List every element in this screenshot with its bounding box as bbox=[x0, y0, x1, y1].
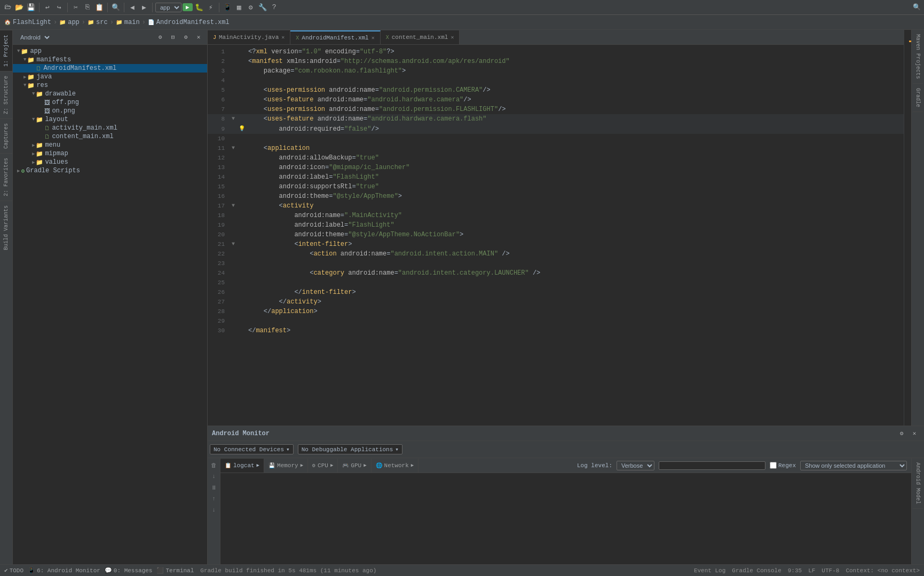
regex-checkbox[interactable] bbox=[770, 462, 777, 469]
fold-21[interactable]: ▼ bbox=[229, 239, 238, 249]
sidebar-item-captures[interactable]: Captures bbox=[0, 118, 12, 153]
android-model-tab[interactable]: Android Model bbox=[913, 458, 923, 509]
gradle-console-button[interactable]: Gradle Console bbox=[732, 567, 781, 574]
tree-arrow-mipmap[interactable]: ▶ bbox=[32, 151, 35, 157]
tree-arrow-java[interactable]: ▶ bbox=[23, 74, 26, 80]
tree-item-java[interactable]: ▶ 📁 java bbox=[13, 73, 207, 81]
tab-main-activity[interactable]: J MainActivity.java ✕ bbox=[208, 30, 290, 44]
down-button[interactable]: ↓ bbox=[209, 505, 219, 515]
tab-main-activity-close[interactable]: ✕ bbox=[281, 34, 285, 41]
tree-item-on-png[interactable]: ▶ 🖼 on.png bbox=[13, 107, 207, 115]
tree-item-androidmanifest[interactable]: ▶ 🗋 AndroidManifest.xml bbox=[13, 64, 207, 73]
tree-arrow-gradle[interactable]: ▶ bbox=[17, 168, 20, 174]
tree-item-menu[interactable]: ▶ 📁 menu bbox=[13, 141, 207, 149]
tree-item-off-png[interactable]: ▶ 🖼 off.png bbox=[13, 98, 207, 107]
tree-item-mipmap[interactable]: ▶ 📁 mipmap bbox=[13, 149, 207, 158]
android-monitor-button[interactable]: 📱 6: Android Monitor bbox=[28, 567, 100, 574]
tree-item-manifests[interactable]: ▼ 📁 manifests bbox=[13, 55, 207, 64]
breadcrumb-main[interactable]: main bbox=[124, 19, 140, 26]
gradle-tab[interactable]: Gradle bbox=[913, 84, 923, 112]
tab-content-main[interactable]: X content_main.xml ✕ bbox=[381, 30, 460, 44]
code-editor[interactable]: 1 <?xml version="1.0" encoding="utf-8"?>… bbox=[208, 45, 904, 426]
tree-item-drawable[interactable]: ▼ 📁 drawable bbox=[13, 90, 207, 98]
tree-arrow-values[interactable]: ▶ bbox=[32, 159, 35, 165]
toolbar-search-icon[interactable]: 🔍 bbox=[911, 2, 922, 13]
sidebar-item-build-variants[interactable]: Build Variants bbox=[0, 201, 12, 254]
event-log-button[interactable]: Event Log bbox=[694, 567, 725, 574]
messages-button[interactable]: 💬 0: Messages bbox=[105, 567, 153, 574]
tab-gpu-arrow[interactable]: ▶ bbox=[364, 462, 366, 468]
project-gear-icon[interactable]: ⚙ bbox=[180, 32, 191, 43]
toolbar-new-icon[interactable]: 🗁 bbox=[2, 2, 13, 13]
breadcrumb-src[interactable]: src bbox=[96, 19, 108, 26]
sidebar-item-favorites[interactable]: 2: Favorites bbox=[0, 153, 12, 201]
toolbar-redo-icon[interactable]: ↪ bbox=[54, 2, 65, 13]
tab-logcat-arrow[interactable]: ▶ bbox=[257, 462, 259, 468]
monitor-content[interactable] bbox=[220, 473, 911, 564]
project-settings-icon[interactable]: ⚙ bbox=[155, 32, 165, 43]
toolbar-device-icon[interactable]: 📱 bbox=[222, 2, 233, 13]
project-collapse-icon[interactable]: ⊟ bbox=[168, 32, 178, 43]
tree-arrow-layout[interactable]: ▼ bbox=[32, 117, 35, 122]
sidebar-item-structure[interactable]: Z: Structure bbox=[0, 71, 12, 118]
tree-item-layout[interactable]: ▼ 📁 layout bbox=[13, 115, 207, 124]
toolbar-settings-icon[interactable]: 🔧 bbox=[257, 2, 268, 13]
tree-item-content-main[interactable]: ▶ 🗋 content_main.xml bbox=[13, 132, 207, 141]
tab-network-arrow[interactable]: ▶ bbox=[411, 462, 414, 468]
tab-memory-arrow[interactable]: ▶ bbox=[301, 462, 303, 468]
device-dropdown[interactable]: No Connected Devices ▾ bbox=[210, 444, 294, 454]
app-dropdown-monitor[interactable]: No Debuggable Applications ▾ bbox=[298, 444, 402, 454]
tree-arrow-app[interactable]: ▼ bbox=[17, 49, 20, 54]
tree-item-activity-main[interactable]: ▶ 🗋 activity_main.xml bbox=[13, 124, 207, 132]
fold-8[interactable]: ▼ bbox=[229, 114, 238, 124]
toolbar-sdk-icon[interactable]: ⚙ bbox=[246, 2, 256, 13]
monitor-close-icon[interactable]: ✕ bbox=[909, 428, 920, 439]
project-close-icon[interactable]: ✕ bbox=[193, 32, 204, 43]
fold-11[interactable]: ▼ bbox=[229, 143, 238, 153]
tree-item-res[interactable]: ▼ 📁 res bbox=[13, 81, 207, 90]
tree-item-gradle-scripts[interactable]: ▶ ⚙ Gradle Scripts bbox=[13, 166, 207, 175]
tab-content-close[interactable]: ✕ bbox=[451, 34, 454, 41]
pause-button[interactable]: ⏸ bbox=[209, 483, 219, 492]
breadcrumb-module[interactable]: app bbox=[68, 19, 80, 26]
toolbar-fwd-icon[interactable]: ▶ bbox=[139, 2, 149, 13]
toolbar-help-icon[interactable]: ? bbox=[269, 2, 280, 13]
todo-button[interactable]: ✔ TODO bbox=[4, 567, 23, 574]
toolbar-avd-icon[interactable]: ▦ bbox=[234, 2, 244, 13]
app-module-dropdown[interactable]: app bbox=[155, 3, 181, 12]
toolbar-undo-icon[interactable]: ↩ bbox=[42, 2, 53, 13]
sidebar-item-project[interactable]: 1: Project bbox=[0, 30, 12, 71]
tree-item-values[interactable]: ▶ 📁 values bbox=[13, 158, 207, 166]
breadcrumb-file[interactable]: AndroidManifest.xml bbox=[156, 19, 230, 26]
fold-17[interactable]: ▼ bbox=[229, 201, 238, 211]
show-only-select[interactable]: Show only selected application bbox=[800, 461, 907, 470]
tab-cpu[interactable]: ⚙ CPU ▶ bbox=[308, 459, 338, 473]
tree-item-app[interactable]: ▼ 📁 app bbox=[13, 47, 207, 55]
tab-network[interactable]: 🌐 Network ▶ bbox=[372, 459, 419, 473]
log-level-select[interactable]: Verbose Debug Info Warn Error bbox=[617, 461, 654, 470]
toolbar-back-icon[interactable]: ◀ bbox=[127, 2, 138, 13]
tab-android-manifest[interactable]: X AndroidManifest.xml ✕ bbox=[290, 30, 380, 44]
tree-arrow-res[interactable]: ▼ bbox=[23, 83, 26, 88]
project-view-dropdown[interactable]: Android bbox=[16, 33, 51, 42]
toolbar-find-icon[interactable]: 🔍 bbox=[110, 2, 121, 13]
tab-cpu-arrow[interactable]: ▶ bbox=[330, 462, 333, 468]
toolbar-save-icon[interactable]: 💾 bbox=[26, 2, 36, 13]
scroll-to-end-button[interactable]: ↓ bbox=[209, 471, 219, 481]
toolbar-open-icon[interactable]: 📂 bbox=[14, 2, 25, 13]
log-search-input[interactable] bbox=[659, 461, 765, 470]
tab-manifest-close[interactable]: ✕ bbox=[372, 35, 375, 41]
breadcrumb-project[interactable]: FlashLight bbox=[13, 19, 51, 26]
toolbar-debug-icon[interactable]: 🐛 bbox=[194, 2, 204, 13]
tab-memory[interactable]: 💾 Memory ▶ bbox=[264, 459, 308, 473]
tree-arrow-manifests[interactable]: ▼ bbox=[23, 57, 26, 62]
maven-projects-tab[interactable]: Maven Projects bbox=[913, 30, 923, 84]
toolbar-cut-icon[interactable]: ✂ bbox=[70, 2, 81, 13]
monitor-settings-icon[interactable]: ⚙ bbox=[896, 428, 907, 439]
tree-arrow-menu[interactable]: ▶ bbox=[32, 142, 35, 148]
tab-logcat[interactable]: 📋 logcat ▶ bbox=[220, 459, 264, 473]
clear-log-button[interactable]: 🗑 bbox=[209, 460, 219, 470]
tree-arrow-drawable[interactable]: ▼ bbox=[32, 91, 35, 97]
run-button[interactable]: ▶ bbox=[183, 3, 193, 11]
toolbar-paste-icon[interactable]: 📋 bbox=[94, 2, 105, 13]
